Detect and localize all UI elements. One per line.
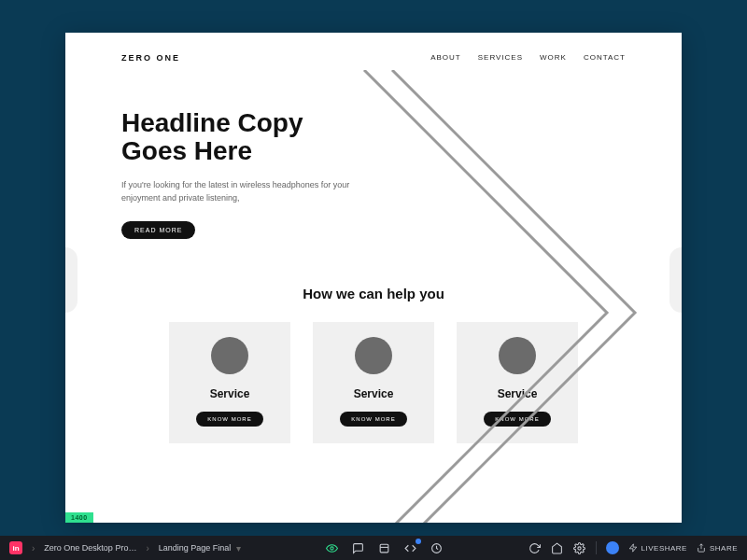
services-section: How we can help you Service KNOW MORE Se… bbox=[65, 276, 682, 471]
breadcrumb-screen[interactable]: Landing Page Final ▾ bbox=[159, 543, 242, 553]
top-nav: ZERO ONE ABOUT SERVICES WORK CONTACT bbox=[65, 33, 682, 63]
toolbar-divider bbox=[596, 541, 597, 554]
chevron-down-icon: ▾ bbox=[236, 543, 241, 553]
settings-icon[interactable] bbox=[573, 541, 586, 554]
dev-mode-icon[interactable] bbox=[404, 541, 417, 554]
read-more-button[interactable]: READ MORE bbox=[121, 221, 195, 239]
breadcrumb-project[interactable]: Zero One Desktop Pro… bbox=[44, 543, 136, 553]
comment-mode-icon[interactable] bbox=[352, 541, 365, 554]
canvas-stage: ZERO ONE ABOUT SERVICES WORK CONTACT Hea… bbox=[0, 0, 747, 536]
hero-section: Headline Copy Goes Here If you're lookin… bbox=[65, 63, 682, 277]
nav-about[interactable]: ABOUT bbox=[430, 53, 461, 62]
svg-point-3 bbox=[578, 546, 581, 549]
share-icon bbox=[697, 543, 706, 553]
service-title: Service bbox=[210, 387, 250, 400]
liveshare-label: LIVESHARE bbox=[641, 544, 687, 553]
know-more-button[interactable]: KNOW MORE bbox=[340, 412, 406, 427]
hero-headline-line2: Goes Here bbox=[121, 136, 252, 165]
chevron-right-icon: › bbox=[146, 543, 148, 553]
toolbar-mode-icons bbox=[326, 541, 444, 554]
hero-headline: Headline Copy Goes Here bbox=[121, 109, 402, 167]
sync-icon[interactable] bbox=[529, 541, 542, 554]
bolt-icon bbox=[628, 543, 638, 553]
services-heading: How we can help you bbox=[121, 286, 626, 301]
share-button[interactable]: SHARE bbox=[697, 543, 738, 553]
landing-page: ZERO ONE ABOUT SERVICES WORK CONTACT Hea… bbox=[65, 33, 682, 523]
user-avatar[interactable] bbox=[606, 541, 619, 554]
chevron-right-icon: › bbox=[32, 543, 35, 553]
nav-work[interactable]: WORK bbox=[540, 53, 567, 62]
service-card: Service KNOW MORE bbox=[313, 322, 434, 443]
hero-subcopy: If you're looking for the latest in wire… bbox=[121, 179, 364, 204]
site-logo[interactable]: ZERO ONE bbox=[121, 53, 180, 63]
hero-headline-line1: Headline Copy bbox=[121, 108, 303, 137]
artboard: ZERO ONE ABOUT SERVICES WORK CONTACT Hea… bbox=[65, 33, 682, 523]
breadcrumb-project-label: Zero One Desktop Pro… bbox=[44, 543, 136, 553]
nav-links: ABOUT SERVICES WORK CONTACT bbox=[430, 53, 626, 62]
preview-mode-icon[interactable] bbox=[326, 541, 339, 554]
history-mode-icon[interactable] bbox=[430, 541, 444, 554]
svg-rect-1 bbox=[381, 544, 389, 553]
know-more-button[interactable]: KNOW MORE bbox=[196, 412, 262, 427]
toolbar-right-group: LIVESHARE SHARE bbox=[529, 541, 738, 554]
know-more-button[interactable]: KNOW MORE bbox=[484, 412, 550, 427]
breadcrumb-screen-label: Landing Page Final bbox=[159, 543, 232, 553]
svg-marker-4 bbox=[629, 544, 637, 552]
artboard-width-badge: 1400 bbox=[65, 512, 93, 523]
service-title: Service bbox=[354, 387, 394, 400]
service-icon-placeholder bbox=[499, 337, 536, 374]
invision-toolbar: in › Zero One Desktop Pro… › Landing Pag… bbox=[0, 536, 747, 560]
service-icon-placeholder bbox=[355, 337, 392, 374]
invision-logo[interactable]: in bbox=[9, 541, 22, 554]
home-icon[interactable] bbox=[551, 541, 564, 554]
share-label: SHARE bbox=[710, 544, 738, 553]
liveshare-button[interactable]: LIVESHARE bbox=[628, 543, 687, 553]
service-card: Service KNOW MORE bbox=[169, 322, 290, 443]
nav-services[interactable]: SERVICES bbox=[478, 53, 523, 62]
inspect-mode-icon[interactable] bbox=[378, 541, 391, 554]
service-title: Service bbox=[498, 387, 538, 400]
svg-point-0 bbox=[331, 546, 333, 549]
service-card: Service KNOW MORE bbox=[457, 322, 578, 443]
services-cards: Service KNOW MORE Service KNOW MORE Serv… bbox=[121, 322, 626, 443]
service-icon-placeholder bbox=[211, 337, 248, 374]
nav-contact[interactable]: CONTACT bbox=[584, 53, 626, 62]
